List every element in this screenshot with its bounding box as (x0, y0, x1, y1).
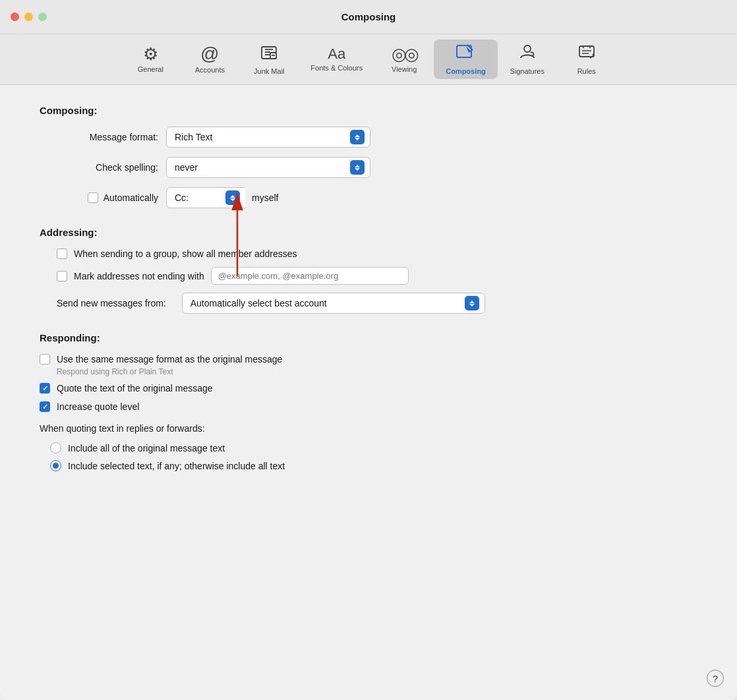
help-button[interactable]: ? (707, 670, 724, 687)
group-show-checkbox[interactable] (57, 248, 67, 259)
send-from-value: Automatically select best account (191, 298, 327, 308)
arrow-down-icon2 (355, 168, 360, 171)
addressing-header: Addressing: (40, 227, 697, 238)
include-selected-label: Include selected text, if any; otherwise… (68, 461, 285, 471)
same-format-sublabel: Respond using Rich or Plain Text (57, 367, 697, 376)
toolbar-item-accounts[interactable]: @ Accounts (180, 41, 239, 78)
automatically-label: Automatically (103, 192, 158, 203)
quote-text-label: Quote the text of the original message (57, 383, 213, 394)
mark-addresses-row: Mark addresses not ending with (57, 267, 697, 285)
accounts-icon: @ (200, 45, 219, 63)
when-quoting-container: When quoting text in replies or forwards… (40, 423, 697, 434)
increase-quote-label: Increase quote level (57, 401, 139, 412)
close-button[interactable] (11, 13, 19, 21)
auto-cc-row: Automatically Cc: myself (40, 187, 697, 208)
maximize-button[interactable] (38, 13, 47, 21)
include-all-label: Include all of the original message text (68, 443, 225, 453)
increase-quote-checkbox[interactable] (40, 401, 50, 412)
check-spelling-arrow (350, 160, 365, 175)
include-selected-radio[interactable] (50, 460, 61, 471)
toolbar-item-composing[interactable]: Composing (434, 40, 498, 79)
toolbar-label-signatures: Signatures (510, 67, 545, 75)
window-title: Composing (341, 11, 396, 22)
arrow-up-icon4 (469, 301, 475, 303)
traffic-lights (11, 13, 47, 21)
toolbar-item-rules[interactable]: Rules (557, 40, 616, 79)
cc-label-value: Cc: (175, 192, 189, 203)
composing-section: Composing: Message format: Rich Text Che… (40, 105, 697, 208)
check-spelling-dropdown[interactable]: never (166, 157, 370, 178)
arrow-down-icon4 (469, 304, 475, 306)
send-from-arrow (465, 296, 479, 310)
auto-cc-checkbox[interactable] (88, 192, 98, 203)
include-all-row: Include all of the original message text (40, 442, 697, 453)
group-show-label: When sending to a group, show all member… (74, 248, 297, 259)
message-format-row: Message format: Rich Text (40, 127, 697, 148)
message-format-arrow (350, 130, 365, 144)
message-format-dropdown[interactable]: Rich Text (166, 127, 370, 148)
toolbar-item-signatures[interactable]: Signatures (498, 40, 557, 79)
viewing-icon: ◎◎ (392, 45, 417, 63)
toolbar-item-junk-mail[interactable]: Junk Mail (239, 40, 299, 79)
rules-icon (577, 44, 597, 65)
group-show-row: When sending to a group, show all member… (57, 248, 697, 259)
fonts-icon: Aa (328, 47, 345, 61)
toolbar-item-viewing[interactable]: ◎◎ Viewing (374, 42, 434, 77)
arrow-up-icon2 (355, 165, 360, 167)
myself-label: myself (252, 192, 278, 203)
junk-mail-icon (260, 44, 278, 65)
arrow-down-icon (355, 138, 360, 140)
toolbar-item-fonts[interactable]: Aa Fonts & Colours (299, 43, 374, 76)
svg-line-8 (531, 55, 533, 56)
toolbar-item-general[interactable]: ⚙ General (121, 42, 180, 77)
message-format-value: Rich Text (175, 132, 212, 142)
toolbar-label-viewing: Viewing (392, 65, 417, 73)
same-format-row: Use the same message format as the origi… (40, 354, 697, 365)
svg-point-7 (524, 45, 531, 52)
cc-type-dropdown[interactable]: Cc: (166, 187, 245, 208)
same-format-checkbox[interactable] (40, 354, 50, 365)
addressing-section: Addressing: When sending to a group, sho… (40, 227, 697, 314)
send-from-label: Send new messages from: (57, 298, 174, 308)
include-all-radio[interactable] (50, 442, 61, 453)
same-format-label: Use the same message format as the origi… (57, 354, 282, 365)
check-spelling-row: Check spelling: never (40, 157, 697, 178)
send-from-row: Send new messages from: Automatically se… (57, 293, 697, 314)
titlebar: Composing (0, 0, 737, 34)
toolbar-label-rules: Rules (577, 67, 596, 75)
quote-text-checkbox[interactable] (40, 383, 50, 394)
include-selected-row: Include selected text, if any; otherwise… (40, 460, 697, 471)
toolbar-label-junk-mail: Junk Mail (254, 67, 284, 75)
send-from-dropdown[interactable]: Automatically select best account (182, 293, 485, 314)
arrow-up-icon (355, 134, 360, 137)
mark-addresses-input[interactable] (211, 267, 409, 285)
check-spelling-label: Check spelling: (40, 162, 158, 173)
toolbar-label-general: General (138, 65, 163, 73)
window: Composing ⚙ General @ Accounts Junk M (0, 0, 737, 700)
when-quoting-label: When quoting text in replies or forwards… (40, 423, 205, 434)
quote-text-row: Quote the text of the original message (40, 383, 697, 394)
toolbar: ⚙ General @ Accounts Junk Mail Aa Fo (0, 34, 737, 85)
mark-addresses-checkbox[interactable] (57, 271, 67, 281)
cc-type-arrow (225, 190, 240, 205)
composing-header: Composing: (40, 105, 697, 116)
minimize-button[interactable] (24, 13, 33, 21)
general-icon: ⚙ (143, 45, 158, 63)
check-spelling-value: never (175, 162, 198, 173)
toolbar-label-composing: Composing (446, 67, 486, 75)
composing-icon (456, 44, 475, 65)
toolbar-label-fonts: Fonts & Colours (310, 64, 363, 72)
increase-quote-row: Increase quote level (40, 401, 697, 412)
content-area: Composing: Message format: Rich Text Che… (0, 85, 737, 700)
message-format-label: Message format: (40, 132, 158, 142)
svg-rect-9 (579, 46, 594, 57)
responding-header: Responding: (40, 332, 697, 343)
responding-section: Responding: Use the same message format … (40, 332, 697, 471)
arrow-up-icon3 (230, 195, 235, 198)
toolbar-label-accounts: Accounts (195, 66, 225, 74)
signatures-icon (517, 44, 537, 65)
mark-addresses-label: Mark addresses not ending with (74, 271, 204, 281)
arrow-down-icon3 (230, 198, 235, 201)
